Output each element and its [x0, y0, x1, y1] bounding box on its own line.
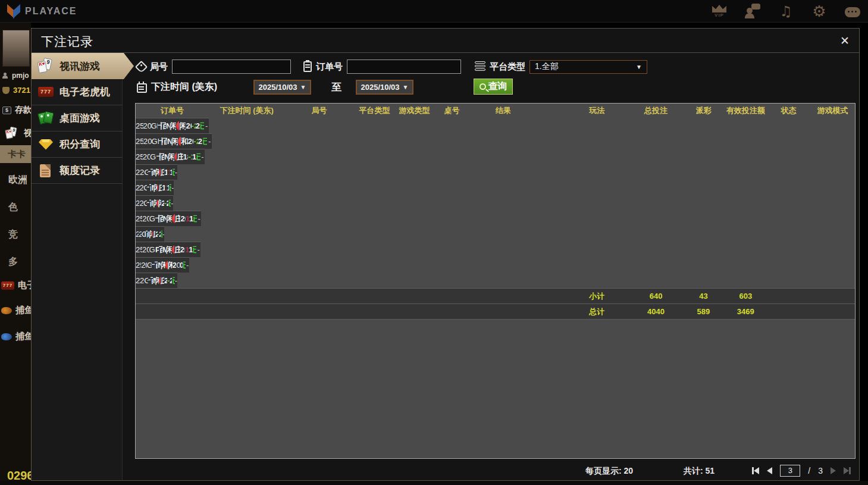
background-nav-fishing[interactable]: 捕鱼	[1, 331, 31, 342]
replay-play-icon[interactable]	[172, 214, 174, 224]
cell-total-bet: 20	[186, 121, 191, 130]
replay-play-icon[interactable]	[159, 276, 161, 286]
dialog-title-bar: 下注记录 ✕	[32, 29, 859, 53]
chevron-down-icon: ▼	[403, 84, 409, 90]
cell-bet-time: 2025-10-03 09:16:33	[143, 121, 151, 130]
cell-game-id: GM07225A0319C	[149, 245, 155, 254]
replay-play-icon[interactable]	[156, 198, 158, 208]
cell-result: 闲 0 庄 1	[170, 121, 176, 132]
cell-replay	[165, 260, 168, 270]
cell-replay	[178, 136, 181, 146]
fish-icon	[1, 307, 12, 314]
sidebar-item-label: 桌面游戏	[59, 111, 100, 125]
cell-replay	[172, 245, 174, 255]
music-icon[interactable]: ♫	[776, 2, 795, 21]
first-page-icon[interactable]	[752, 467, 759, 474]
customer-support-icon[interactable]	[743, 2, 762, 21]
cell-order-no: 251003090005100	[136, 214, 142, 223]
subtotal-label: 小计	[565, 291, 629, 302]
settings-gear-icon[interactable]: ⚙	[810, 2, 829, 21]
cell-game-mode: -	[196, 245, 200, 254]
replay-play-icon[interactable]	[178, 136, 181, 146]
prev-page-icon[interactable]	[767, 467, 772, 474]
cell-order-no: 251003090027278	[136, 137, 143, 146]
cell-total-bet: 180	[183, 152, 189, 161]
next-page-icon[interactable]	[831, 467, 836, 474]
background-nav-item[interactable]: 竞	[0, 229, 31, 241]
cell-game-id: GN03325A030S6	[145, 168, 149, 177]
cell-game-type: 百家乐	[163, 136, 167, 147]
cell-game-mode: -	[197, 214, 201, 223]
cell-bet-time: 2025-10-03 09:15:26	[140, 168, 144, 177]
sidebar-item-label: 视讯游戏	[59, 60, 100, 73]
last-page-icon[interactable]	[844, 467, 851, 474]
background-nav-kaka[interactable]: 卡卡	[0, 145, 31, 163]
sidebar-item-label: 电子老虎机	[59, 85, 110, 99]
cell-total-bet: 20	[188, 137, 194, 146]
background-nav-item[interactable]: 多	[0, 256, 31, 268]
sidebar-item-points-query[interactable]: 积分查询	[32, 132, 123, 158]
pagination-bar: 每页显示: 20 共计: 51 3 / 3	[134, 464, 857, 480]
sidebar-item-slots[interactable]: 777 电子老虎机	[32, 79, 123, 105]
cell-payout: -20	[193, 137, 198, 146]
cell-total-bet: 20	[173, 261, 177, 270]
cell-game-id: GN01525A030KT	[147, 261, 152, 270]
platform-type-select[interactable]: 1.全部 ▼	[529, 60, 647, 74]
table-row: 251003090003805 2025-10-03 09:14:19 GM05…	[136, 226, 164, 242]
table-header-cell: 下注时间 (美东)	[209, 105, 285, 116]
cell-bet-time: 2025-10-03 09:14:27	[142, 214, 149, 223]
replay-play-icon[interactable]	[165, 260, 168, 270]
total-label: 总计	[565, 306, 629, 317]
background-balance: 3721	[2, 86, 31, 95]
replay-play-icon[interactable]	[174, 152, 177, 162]
date-from-picker[interactable]: 2025/10/03 ▼	[253, 80, 311, 95]
cell-game-mode: -	[171, 199, 173, 208]
replay-play-icon[interactable]	[172, 245, 174, 255]
order-no-input[interactable]	[347, 60, 461, 74]
table-header-cell: 平台类型	[353, 105, 395, 116]
sidebar-item-video-games[interactable]: 9 K♥ 视讯游戏	[32, 53, 134, 79]
background-nav-video[interactable]: 9 K♥ 视讯	[4, 125, 31, 142]
background-nav-item[interactable]: 欧洲	[0, 174, 31, 186]
cell-replay	[176, 121, 179, 131]
cell-replay	[174, 152, 177, 162]
vip-icon[interactable]: VIP	[710, 2, 729, 21]
cell-status: 已派彩	[200, 121, 204, 132]
cards-icon: 9 K♥	[5, 127, 18, 140]
cell-order-no: 251003099999218	[136, 276, 140, 285]
cell-payout: -20	[192, 121, 196, 130]
search-button[interactable]: 查询	[474, 79, 513, 95]
cell-result: 闲 4 庄 7	[171, 136, 178, 147]
dialog-title: 下注记录	[41, 33, 93, 50]
sidebar-item-table-games[interactable]: 桌面游戏	[32, 105, 123, 132]
tag-icon	[135, 60, 148, 73]
replay-play-icon[interactable]	[157, 183, 159, 193]
bet-records-table: 订单号下注时间 (美东)局号平台类型游戏类型桌号结果玩法总投注派彩有效投注额状态…	[135, 103, 856, 459]
cell-game-mode: -	[175, 168, 177, 177]
background-nav-fishing[interactable]: 捕鱼	[1, 305, 31, 316]
chat-icon[interactable]	[843, 2, 862, 21]
sidebar-item-quota-records[interactable]: 额度记录	[32, 158, 123, 184]
date-to-picker[interactable]: 2025/10/03 ▼	[356, 80, 413, 95]
game-id-input[interactable]	[172, 60, 291, 74]
subtotal-valid-bet: 603	[724, 292, 767, 301]
background-deposit-button[interactable]: $ 存款	[2, 105, 31, 115]
background-nav-item[interactable]: 色	[0, 201, 31, 214]
chevron-down-icon: ▼	[300, 84, 306, 90]
cell-game-id: GN00825A030L2	[151, 121, 158, 130]
sidebar-item-label: 积分查询	[59, 137, 100, 151]
cell-game-mode: -	[186, 261, 189, 270]
table-games-icon	[37, 110, 54, 127]
page-number-input[interactable]: 3	[780, 465, 800, 477]
close-icon[interactable]: ✕	[838, 34, 852, 48]
order-no-label: 订单号	[316, 61, 343, 73]
cell-replay	[172, 214, 174, 224]
cell-valid-bet: 20	[198, 137, 203, 146]
cell-order-no: 251003090028357	[136, 121, 143, 130]
replay-play-icon[interactable]	[176, 121, 179, 131]
background-nav-slots[interactable]: 777 电子	[1, 280, 31, 291]
replay-play-icon[interactable]	[159, 167, 161, 177]
cell-valid-bet: 20	[196, 121, 200, 130]
table-row: 251003090013625 2025-10-03 09:15:11 GN03…	[136, 180, 174, 195]
table-header-cell: 游戏类型	[395, 105, 433, 116]
